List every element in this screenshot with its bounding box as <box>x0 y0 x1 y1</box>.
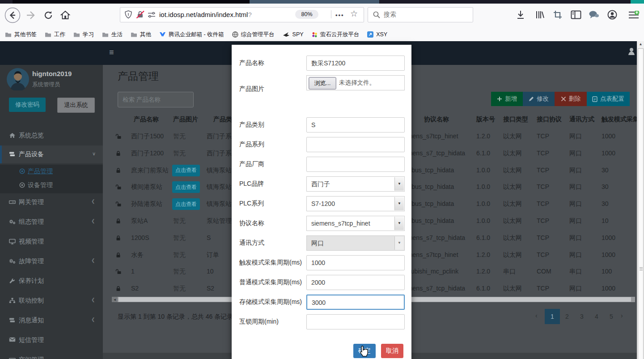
screenshot-icon[interactable] <box>553 10 563 20</box>
library-icon[interactable] <box>535 10 545 20</box>
select-arrow-icon[interactable]: ▼ <box>394 217 404 230</box>
window-top-strip-seg1 <box>13 0 250 4</box>
bookmark-item[interactable]: 腾讯企业邮箱 - 收件箱 <box>155 28 228 41</box>
sidebar-item-label: 组态管理 <box>19 218 86 226</box>
field-input-存储模式采集周期(ms)[interactable]: 3000 <box>306 295 405 310</box>
pagination-page-4[interactable]: 4 <box>589 309 604 324</box>
vscroll-up-arrow-icon[interactable]: ▲ <box>637 42 644 46</box>
sidebar-item-label: 故障管理 <box>19 257 86 265</box>
bookmark-item[interactable]: XSY <box>363 28 391 41</box>
field-select-通讯方式[interactable]: 网口▼ <box>306 235 405 251</box>
bookmark-item[interactable]: 综合管理平台 <box>228 28 279 41</box>
view-image-button[interactable]: 点击查看 <box>172 181 200 193</box>
sidebar-item-视频管理[interactable]: 视频管理 <box>0 233 103 251</box>
more-icon[interactable]: ••• <box>335 12 344 18</box>
pagination-page-5[interactable]: 5 <box>604 309 619 324</box>
download-icon[interactable] <box>516 10 525 20</box>
sidebar-item-网关管理[interactable]: 网关管理❮ <box>0 193 103 211</box>
hdd-icon <box>9 357 16 359</box>
sidebar-item-消息通知[interactable]: 消息通知❮ <box>0 312 103 329</box>
select-arrow-icon[interactable]: ▼ <box>394 236 404 250</box>
table-summary: 显示第 1 到第 10 条记录，总共 46 条记录 <box>118 313 233 321</box>
bookmark-item[interactable]: 其他 <box>127 28 155 41</box>
field-input-产品系列[interactable] <box>306 137 405 152</box>
menu-toggle-icon[interactable]: ≡ <box>109 48 117 56</box>
browse-button[interactable]: 浏览... <box>309 77 336 90</box>
修改-button[interactable]: 修改 <box>523 92 555 106</box>
sidebar-subitem-产品管理[interactable]: 产品管理 <box>0 165 103 178</box>
pagination-prev[interactable]: ‹ <box>535 312 542 321</box>
permissions-icon[interactable] <box>148 12 156 18</box>
bookmark-item[interactable]: SPY <box>279 28 308 41</box>
pagination-next[interactable]: › <box>621 312 628 321</box>
field-label: 产品系列 <box>239 141 306 150</box>
radio-icon <box>19 182 25 188</box>
sidebar-item-组态管理[interactable]: 组态管理❮ <box>0 213 103 231</box>
bookmark-item[interactable]: 萤石云开放平台 <box>308 28 364 41</box>
sidebar-item-产品设备[interactable]: 产品设备∨ <box>0 145 103 163</box>
lock-slash-icon[interactable] <box>136 10 145 19</box>
shield-icon[interactable] <box>124 10 132 19</box>
field-input-普通模式采集周期(ms)[interactable]: 2000 <box>306 275 405 290</box>
pagination-page-2[interactable]: 2 <box>559 309 575 324</box>
bookmark-item[interactable]: 学习 <box>69 28 98 41</box>
app-menu-icon[interactable] <box>628 11 640 20</box>
select-arrow-icon[interactable]: ▼ <box>394 177 404 191</box>
select-arrow-icon[interactable]: ▼ <box>394 197 404 210</box>
field-input-产品厂商[interactable] <box>306 157 405 172</box>
sidebar-subitem-设备管理[interactable]: 设备管理 <box>0 179 103 192</box>
field-select-PLC系列[interactable]: S7-1200▼ <box>306 196 405 211</box>
home-button[interactable] <box>60 10 71 21</box>
sidebar-item-故障管理[interactable]: 故障管理❮ <box>0 252 103 270</box>
topbar-user-icon[interactable] <box>628 47 635 56</box>
search-icon <box>373 11 380 18</box>
forward-button[interactable] <box>26 11 37 20</box>
bookmark-item[interactable]: 工作 <box>41 28 69 41</box>
bookmark-item[interactable]: 生活 <box>98 28 127 41</box>
sidebar-item-label: 视频管理 <box>19 238 86 246</box>
reload-button[interactable] <box>43 10 54 21</box>
hscroll-left-arrow-icon[interactable]: ◂ <box>112 297 118 302</box>
change-password-button[interactable]: 修改密码 <box>9 98 46 112</box>
messages-icon[interactable] <box>589 10 599 19</box>
field-input-产品类别[interactable]: S <box>306 117 405 132</box>
zoom-badge[interactable]: 80% <box>295 10 318 19</box>
sidebar-item-联动控制[interactable]: 联动控制❮ <box>0 292 103 310</box>
删除-button[interactable]: 删除 <box>555 92 587 106</box>
ezviz-icon <box>312 32 318 38</box>
field-select-协议名称[interactable]: siemens_s7tcp_hinet▼ <box>306 216 405 231</box>
browser-vscrollbar[interactable]: ▲ <box>637 41 644 359</box>
bookmark-item[interactable]: 其他书签 <box>1 28 41 41</box>
field-select-PLC品牌[interactable]: 西门子▼ <box>306 176 405 192</box>
wrench-icon <box>9 278 16 284</box>
新增-button[interactable]: 新增 <box>491 92 523 106</box>
sidebar-item-空间管理[interactable]: 空间管理 <box>0 351 103 359</box>
back-button[interactable] <box>4 7 21 23</box>
sidebar-item-保养计划[interactable]: 保养计划 <box>0 272 103 290</box>
file-config-icon: P <box>592 96 597 102</box>
table-search-input[interactable]: 检索 产品名称 <box>118 92 194 107</box>
unlock-icon <box>115 201 123 207</box>
account-icon[interactable] <box>607 10 617 20</box>
bookmark-label: 工作 <box>54 31 65 38</box>
field-input-产品名称[interactable]: 数采S71200 <box>306 56 405 71</box>
logout-button[interactable]: 退出系统 <box>57 98 95 113</box>
点表配置-button[interactable]: P点表配置 <box>587 92 630 106</box>
view-image-button[interactable]: 点击查看 <box>172 165 200 176</box>
file-input[interactable]: 浏览...未选择文件。 <box>306 75 405 90</box>
chevron-left-icon: ❮ <box>91 199 97 205</box>
pagination-page-1[interactable]: 1 <box>545 309 560 324</box>
field-input-触发模式采集周期(ms)[interactable]: 1000 <box>306 255 405 270</box>
star-icon[interactable]: ☆ <box>350 9 358 19</box>
urlbar-divider <box>331 10 331 18</box>
vscroll-thumb[interactable] <box>638 48 644 359</box>
cancel-button[interactable]: 取消 <box>381 344 403 358</box>
sidebar-item-短信管理[interactable]: 短信管理 <box>0 331 103 349</box>
lock-icon <box>115 252 123 258</box>
sidebar-item-系统总览[interactable]: 系统总览 <box>0 127 103 145</box>
sidebar-panel-icon[interactable] <box>571 10 581 20</box>
view-image-button[interactable]: 点击查看 <box>172 198 200 210</box>
pagination-page-3[interactable]: 3 <box>574 309 589 324</box>
edit-product-modal: 产品名称数采S71200产品图片浏览...未选择文件。图片小于1M，建议尺寸12… <box>232 45 411 359</box>
field-input-互锁周期(min)[interactable] <box>306 314 405 329</box>
